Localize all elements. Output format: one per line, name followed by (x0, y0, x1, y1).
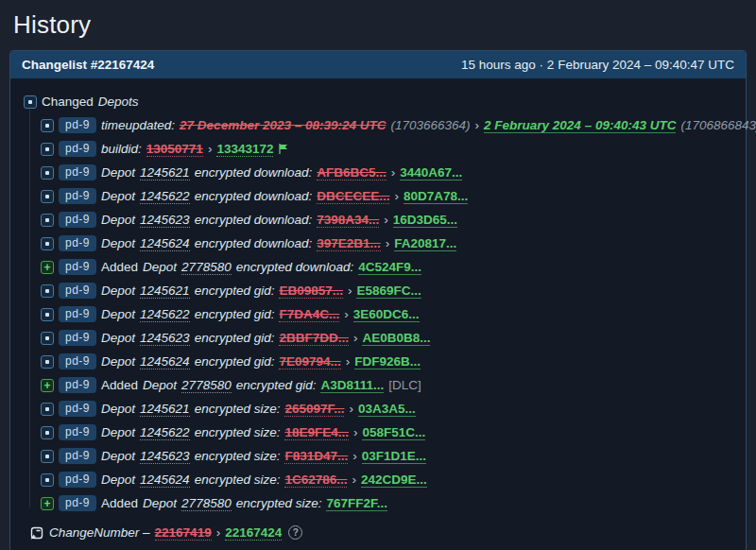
package-badge: pd-9 (59, 259, 96, 275)
change-label: timeupdated: (101, 118, 175, 132)
depot-id-link[interactable]: 1245623 (140, 331, 190, 346)
muted-annotation: (1703666364) (390, 118, 470, 132)
change-row: pd-9Depot1245622encrypted download:DBCEC… (24, 184, 734, 208)
added-icon: + (41, 261, 54, 274)
modified-icon (41, 284, 54, 298)
arrow-separator: › (384, 213, 388, 227)
arrow-separator: › (352, 449, 357, 463)
change-label: Depot (101, 449, 135, 463)
added-icon: + (41, 497, 54, 510)
old-value: 18E9FE4... (284, 425, 349, 440)
help-icon[interactable]: ? (288, 525, 302, 540)
change-row: pd-9Depot1245622encrypted gid:F7DA4C...›… (24, 302, 734, 326)
change-label: ChangeNumber – (49, 525, 150, 540)
new-value[interactable]: 2 February 2024 – 09:40:43 UTC (484, 118, 676, 133)
new-value[interactable]: 3440A67... (400, 165, 462, 180)
change-label: Depot (101, 425, 135, 439)
old-value: 265097F... (284, 402, 344, 417)
package-badge: pd-9 (59, 353, 96, 370)
new-value[interactable]: AE0B0B8... (362, 331, 430, 346)
arrow-separator: › (391, 165, 396, 180)
group-action-label: Changed (42, 95, 94, 109)
depot-id-link[interactable]: 1245623 (140, 449, 190, 464)
modified-icon (41, 332, 54, 345)
package-badge: pd-9 (59, 330, 96, 346)
change-label: Depot (101, 236, 135, 250)
change-label: encrypted download: (236, 260, 354, 274)
change-label: Depot (101, 354, 135, 369)
change-label: Depot (143, 496, 177, 510)
package-badge: pd-9 (59, 283, 96, 299)
new-value[interactable]: 22167424 (225, 525, 282, 541)
change-label: encrypted gid: (195, 331, 275, 345)
change-row: pd-9Depot1245621encrypted download:AFB6B… (24, 161, 734, 184)
depot-id-link[interactable]: 1245624 (140, 236, 190, 251)
change-label: Depot (101, 213, 135, 227)
old-value: 13050771 (146, 142, 203, 157)
change-label: buildid: (101, 142, 142, 156)
change-label: Depot (101, 189, 135, 203)
change-label: encrypted gid: (236, 378, 317, 392)
change-label: encrypted size: (195, 425, 281, 439)
depot-id-link[interactable]: 2778580 (181, 496, 232, 511)
new-value[interactable]: 13343172 (216, 142, 273, 157)
depot-id-link[interactable]: 1245621 (140, 402, 190, 417)
change-label: encrypted size: (195, 402, 281, 416)
change-label: encrypted download: (195, 236, 313, 250)
change-label: Depot (101, 331, 135, 345)
muted-annotation: [DLC] (388, 378, 421, 392)
change-label: encrypted download: (195, 213, 313, 227)
change-label: Depot (101, 165, 135, 180)
package-badge: pd-9 (59, 495, 96, 511)
depot-id-link[interactable]: 1245624 (140, 473, 190, 488)
modified-icon (41, 237, 54, 250)
new-value[interactable]: 242CD9E... (361, 473, 427, 488)
change-row: pd-9Depot1245623encrypted size:F831D47..… (24, 444, 734, 468)
build-flag-icon[interactable] (278, 143, 289, 155)
new-value[interactable]: FDF926B... (354, 354, 421, 370)
package-badge: pd-9 (59, 188, 96, 204)
new-value[interactable]: 4C524F9... (358, 260, 421, 275)
change-label: Depot (143, 378, 177, 392)
modified-icon (41, 403, 54, 416)
depot-id-link[interactable]: 1245622 (140, 307, 190, 322)
new-value[interactable]: 16D3D65... (393, 213, 457, 228)
arrow-separator: › (353, 331, 358, 345)
new-value[interactable]: 80D7A78... (404, 189, 468, 204)
depot-id-link[interactable]: 1245621 (140, 284, 190, 299)
added-icon: + (41, 379, 54, 392)
depot-id-link[interactable]: 1245622 (140, 189, 190, 204)
new-value[interactable]: A3D8111... (320, 378, 384, 393)
package-badge: pd-9 (59, 377, 96, 393)
change-label: Depot (101, 473, 135, 487)
change-row: pd-9Depot1245621encrypted size:265097F..… (24, 397, 734, 421)
change-row: +pd-9AddedDepot2778580encrypted gid:A3D8… (24, 373, 734, 397)
depot-id-link[interactable]: 1245623 (140, 213, 190, 228)
new-value[interactable]: FA20817... (394, 236, 456, 251)
modified-icon (41, 426, 54, 439)
new-value[interactable]: 3E60DC6... (353, 307, 420, 322)
changelist-body: Changed Depots pd-9timeupdated:27 Decemb… (10, 78, 746, 550)
changelist-card: Changelist #22167424 15 hours ago · 2 Fe… (9, 50, 747, 550)
depot-id-link[interactable]: 2778580 (181, 260, 232, 275)
new-value[interactable]: 03F1D1E... (362, 449, 426, 464)
new-value[interactable]: E5869FC... (356, 284, 421, 299)
change-row: pd-9Depot1245623encrypted gid:2BBF7DD...… (24, 326, 734, 350)
new-value[interactable]: 767FF2F... (326, 496, 387, 511)
depot-id-link[interactable]: 2778580 (181, 378, 232, 393)
new-value[interactable]: 03A3A5... (358, 402, 416, 417)
depot-id-link[interactable]: 1245624 (140, 354, 190, 370)
changelist-header: Changelist #22167424 15 hours ago · 2 Fe… (10, 51, 746, 78)
arrow-separator: › (475, 118, 480, 132)
change-row: pd-9Depot1245624encrypted download:397E2… (24, 232, 734, 255)
change-row: pd-9Depot1245623encrypted download:7398A… (24, 208, 734, 232)
depot-id-link[interactable]: 1245622 (140, 425, 190, 440)
changenumber-text: ChangeNumber –22167419›22167424 (49, 525, 282, 541)
changed-depots-row: Changed Depots (24, 90, 734, 113)
group-object-label: Depots (98, 95, 139, 109)
change-row: pd-9timeupdated:27 December 2023 – 08:39… (24, 113, 734, 137)
new-value[interactable]: 058F51C... (362, 425, 425, 440)
change-label: Depot (101, 307, 135, 321)
depot-id-link[interactable]: 1245621 (140, 165, 190, 180)
modified-icon (41, 450, 54, 463)
